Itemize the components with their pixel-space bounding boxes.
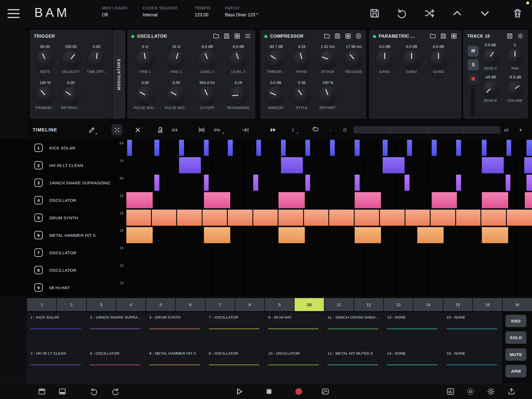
note-block[interactable] <box>355 175 360 191</box>
pad-6[interactable]: 6 - METAL HAMMER HIT 5 <box>146 349 205 384</box>
mute-button[interactable]: M <box>468 45 479 57</box>
undo-button[interactable] <box>396 7 408 20</box>
knob-probabi[interactable]: 100 % PROBABI... <box>32 80 58 110</box>
knob-style[interactable]: 0.38 STYLE <box>289 80 315 110</box>
pattern-12-button[interactable]: 12 <box>354 298 383 311</box>
pad-16[interactable]: 16 - NONE <box>443 349 502 384</box>
pattern-9-button[interactable]: 9 <box>265 298 294 311</box>
note-block[interactable] <box>507 210 532 226</box>
note-block[interactable] <box>481 210 506 226</box>
track-grid[interactable] <box>126 279 532 296</box>
knob-level-2[interactable]: 6.0 dB LEVEL 2 <box>223 44 254 74</box>
folder-button[interactable] <box>213 33 220 40</box>
zoom-x2-button[interactable]: x2 <box>504 122 508 138</box>
note-block[interactable] <box>407 140 412 156</box>
note-block[interactable] <box>405 175 410 191</box>
note-block[interactable] <box>482 192 508 208</box>
pad-10[interactable]: 10 - OSCILLATOR <box>265 349 324 384</box>
pad-11[interactable]: 11 - 16INCH CRASH SABIA... <box>324 312 383 348</box>
swing-value[interactable]: 0% <box>214 122 220 138</box>
gear-button[interactable] <box>484 385 498 398</box>
track-name[interactable]: OSCILLATOR <box>49 192 76 209</box>
track-grid[interactable] <box>126 192 532 209</box>
track-number-button[interactable]: 7 <box>34 248 43 257</box>
knob-pan[interactable]: C PAN <box>503 42 526 71</box>
note-block[interactable] <box>383 157 405 173</box>
note-block[interactable] <box>506 175 511 191</box>
note-block[interactable] <box>228 140 233 156</box>
time-signature[interactable]: 4/4 <box>172 122 178 138</box>
note-block[interactable] <box>456 210 481 226</box>
track-grid[interactable] <box>126 209 532 227</box>
automation-button[interactable] <box>319 385 332 398</box>
track-name[interactable]: DRUM SYNTH <box>49 209 78 227</box>
pattern-3-button[interactable]: 3 <box>87 298 116 311</box>
knob-retrigg[interactable]: 0.00 RETRIGG... <box>58 80 84 110</box>
pattern-16-button[interactable]: 16 <box>473 298 502 311</box>
solo-button[interactable]: S <box>468 59 479 70</box>
note-block[interactable] <box>330 140 335 156</box>
track-grid[interactable] <box>126 261 532 279</box>
track-grid[interactable] <box>126 139 532 157</box>
note-block[interactable] <box>256 140 261 156</box>
length-divide-button[interactable]: /2 <box>343 122 347 138</box>
note-block[interactable] <box>278 192 305 208</box>
note-block[interactable] <box>355 210 379 226</box>
menu-button[interactable] <box>7 9 20 18</box>
fast-forward-button[interactable] <box>267 124 278 135</box>
note-block[interactable] <box>355 140 360 156</box>
note-block[interactable] <box>305 140 310 156</box>
pad-2[interactable]: 2 - HH 09 LT CLEAN <box>27 349 86 384</box>
grid-button[interactable] <box>234 33 241 40</box>
track-grid[interactable] <box>126 174 532 192</box>
pattern-7-button[interactable]: 7 <box>206 298 235 311</box>
pattern-14-button[interactable]: 14 <box>413 298 443 311</box>
note-block[interactable] <box>152 210 177 226</box>
topbar-field-patch[interactable]: PATCH Bass Diver 123 * <box>225 6 258 17</box>
knob-fine-2[interactable]: 16 ct FINE 2 <box>161 44 192 74</box>
metronome-button[interactable] <box>155 124 166 135</box>
pad-12[interactable]: 12 - METAL HIT MUTED 8 <box>324 349 383 384</box>
track-number-button[interactable]: 1 <box>34 144 43 152</box>
note-block[interactable] <box>405 210 430 226</box>
trash-button[interactable] <box>511 7 524 20</box>
track-number-button[interactable]: 2 <box>34 161 43 169</box>
knob-pulse-wid[interactable]: 0.50 PULSE WID... <box>161 80 192 110</box>
grid-button[interactable] <box>344 33 352 40</box>
modulators-tab[interactable]: MODULATORS <box>112 30 125 119</box>
note-block[interactable] <box>329 210 354 226</box>
track-name[interactable]: 14INCH SNARE SUPRASONIC <box>49 174 111 192</box>
note-block[interactable] <box>179 140 184 156</box>
kbd-button[interactable]: KBD <box>505 315 526 327</box>
note-block[interactable] <box>482 227 508 243</box>
grid-button[interactable] <box>450 33 457 40</box>
record-arm-button[interactable] <box>468 73 479 84</box>
note-block[interactable] <box>126 210 151 226</box>
note-block[interactable] <box>278 210 303 226</box>
knob-dry-wet[interactable]: 100 % DRY/WET <box>315 80 341 110</box>
knob-time-off[interactable]: 0.00 TIME OFF... <box>84 44 109 74</box>
step-length-value[interactable]: 1 <box>292 122 294 138</box>
follow-playhead-button[interactable] <box>240 124 251 135</box>
note-block[interactable] <box>525 192 532 208</box>
layout-bottom-button[interactable] <box>56 385 69 398</box>
pad-8[interactable]: 8 - OSCILLATOR <box>206 349 265 384</box>
note-block[interactable] <box>526 140 532 156</box>
knob-attack[interactable]: 2.42 ms ATTACK <box>315 44 341 74</box>
track-grid[interactable] <box>126 244 532 261</box>
note-block[interactable] <box>526 175 532 191</box>
note-block[interactable] <box>204 227 230 243</box>
pad-1[interactable]: 1 - KICK SOLAR <box>27 312 86 348</box>
topbar-field-midi-learn[interactable]: MIDI LEARN Off <box>102 6 127 17</box>
pattern-master-button[interactable]: M <box>503 298 532 311</box>
pad-4[interactable]: 4 - OSCILLATOR <box>87 349 146 384</box>
track-name[interactable]: KICK SOLAR <box>49 139 75 157</box>
pad-3[interactable]: 3 - 14INCH SNARE SUPRA... <box>87 312 146 348</box>
note-block[interactable] <box>417 227 444 243</box>
track-grid[interactable] <box>126 157 532 174</box>
track-number-button[interactable]: 5 <box>34 214 43 222</box>
pad-9[interactable]: 9 - 08 HI-HAT <box>265 312 324 348</box>
note-block[interactable] <box>154 140 159 156</box>
record-button[interactable] <box>292 385 305 398</box>
pad-14[interactable]: 14 - NONE <box>384 349 443 384</box>
